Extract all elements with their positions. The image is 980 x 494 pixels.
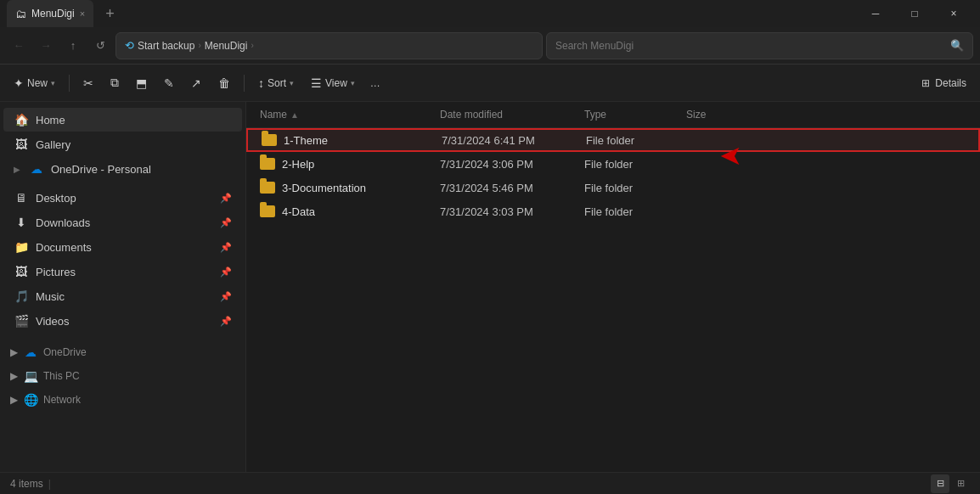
sidebar-item-music-label: Music [36,290,65,303]
file-size [679,160,747,167]
sort-button[interactable]: ↕ Sort ▾ [251,70,301,96]
sidebar-item-desktop-label: Desktop [36,192,76,205]
folder-icon [260,158,275,170]
main-layout: 🏠 Home 🖼 Gallery ▶ ☁ OneDrive - Personal… [0,102,980,472]
sidebar-item-thispc[interactable]: ▶ 💻 This PC [0,364,245,388]
folder-icon [260,182,275,194]
toolbar-separator-2 [244,75,245,92]
pin-icon-music: 📌 [220,291,232,302]
share-button[interactable]: ↗ [184,70,208,96]
forward-button[interactable]: → [34,34,58,58]
sidebar-item-home-label: Home [36,114,65,126]
new-button[interactable]: ✦ New ▾ [7,70,62,96]
sidebar-item-onedrive-label: OneDrive [43,346,87,358]
refresh-button[interactable]: ↺ [88,34,112,58]
details-label: Details [935,77,966,89]
back-icon: ← [14,39,25,52]
sidebar-item-downloads[interactable]: ⬇ Downloads 📌 [3,211,242,234]
delete-button[interactable]: 🗑 [211,70,237,96]
sidebar-item-documents[interactable]: 📁 Documents 📌 [3,235,242,259]
copy-button[interactable]: ⧉ [104,70,126,96]
more-button[interactable]: … [365,70,386,96]
tab-icon: 🗂 [15,8,26,20]
sort-name-icon: ▲ [290,110,299,120]
table-row[interactable]: 3-Documentation 7/31/2024 5:46 PM File f… [246,176,980,199]
file-name: 3-Documentation [246,178,433,198]
pictures-icon: 🖼 [14,264,29,279]
rename-button[interactable]: ✎ [157,70,181,96]
search-input[interactable] [555,40,945,52]
refresh-icon: ↺ [96,39,105,52]
sidebar-item-network-label: Network [43,394,81,406]
file-name: 2-Help [246,154,433,174]
sidebar-item-music[interactable]: 🎵 Music 📌 [3,284,242,308]
minimize-button[interactable]: ─ [856,0,895,27]
expand-icon: ▶ [14,165,20,174]
sidebar-item-network[interactable]: ▶ 🌐 Network [0,388,245,412]
address-path[interactable]: ⟲ Start backup › MenuDigi › [115,32,543,59]
pin-icon-dl: 📌 [220,217,232,228]
col-header-size[interactable]: Size [679,105,747,124]
home-icon: 🏠 [14,112,29,127]
maximize-button[interactable]: □ [895,0,934,27]
view-toggle: ⊟ ⊞ [931,474,970,493]
new-icon: ✦ [14,76,24,90]
back-button[interactable]: ← [7,34,31,58]
new-label: New [27,77,48,89]
copy-icon: ⧉ [110,76,119,90]
file-type: File folder [579,131,681,150]
expand-onedrive-icon: ▶ [10,346,18,358]
pin-icon-doc: 📌 [220,242,232,253]
sidebar-item-desktop[interactable]: 🖥 Desktop 📌 [3,186,242,210]
table-row[interactable]: 1-Theme 7/31/2024 6:41 PM File folder [246,128,980,152]
view-chevron-icon: ▾ [351,79,355,87]
close-button[interactable]: × [934,0,973,27]
expand-network-icon: ▶ [10,394,18,406]
file-size [679,208,747,215]
view-grid-button[interactable]: ⊞ [951,474,970,493]
new-tab-button[interactable]: + [105,5,115,23]
tab-close-button[interactable]: × [80,8,85,19]
table-row[interactable]: 2-Help 7/31/2024 3:06 PM File folder [246,152,980,176]
gallery-icon: 🖼 [14,137,29,152]
expand-thispc-icon: ▶ [10,370,18,382]
col-header-type[interactable]: Type [577,105,679,124]
cut-button[interactable]: ✂ [76,70,100,96]
tab-menudigi[interactable]: 🗂 MenuDigi × [7,0,93,27]
up-button[interactable]: ↑ [61,34,85,58]
file-type: File folder [577,154,679,174]
more-icon: … [370,77,380,89]
sidebar-item-onedrive-personal[interactable]: ▶ ☁ OneDrive - Personal [3,157,242,181]
sidebar-item-videos[interactable]: 🎬 Videos 📌 [3,309,242,333]
col-header-modified[interactable]: Date modified [433,105,577,124]
file-type: File folder [577,178,679,198]
sidebar-item-videos-label: Videos [36,315,70,328]
table-row[interactable]: 4-Data 7/31/2024 3:03 PM File folder [246,199,980,223]
col-header-name[interactable]: Name ▲ [246,105,433,124]
new-chevron-icon: ▾ [51,79,55,87]
sort-chevron-icon: ▾ [290,79,294,87]
sidebar-item-thispc-label: This PC [43,370,80,382]
view-details-button[interactable]: ⊟ [931,474,949,493]
videos-icon: 🎬 [14,313,29,328]
file-header: Name ▲ Date modified Type Size [246,102,980,128]
pin-icon: 📌 [220,193,232,204]
documents-icon: 📁 [14,239,29,255]
toolbar-separator-1 [69,75,70,92]
file-name: 1-Theme [248,131,435,150]
addressbar: ← → ↑ ↺ ⟲ Start backup › MenuDigi › 🔍 [0,27,980,65]
file-modified: 7/31/2024 3:03 PM [433,202,577,222]
file-name: 4-Data [246,202,433,222]
details-button[interactable]: ⊞ Details [915,74,973,93]
sidebar-item-pictures[interactable]: 🖼 Pictures 📌 [3,260,242,283]
sidebar-item-gallery[interactable]: 🖼 Gallery [3,132,242,156]
thispc-icon: 💻 [23,368,38,384]
paste-button[interactable]: ⬒ [129,70,154,96]
file-type: File folder [577,202,679,222]
forward-icon: → [41,39,52,52]
sidebar-item-onedrive[interactable]: ▶ ☁ OneDrive [0,340,245,364]
sort-label: Sort [268,77,286,89]
sidebar-item-home[interactable]: 🏠 Home [3,108,242,132]
view-button[interactable]: ☰ View ▾ [304,70,362,96]
search-box[interactable]: 🔍 [546,32,973,59]
